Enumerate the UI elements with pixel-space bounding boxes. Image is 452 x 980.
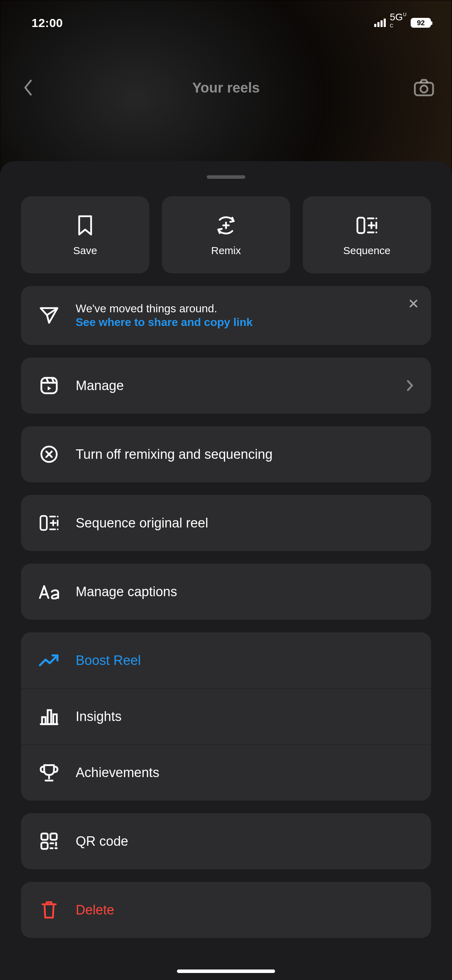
achievements-item[interactable]: Achievements — [21, 745, 431, 800]
save-button[interactable]: Save — [21, 196, 149, 274]
bookmark-icon — [76, 213, 94, 238]
svg-rect-5 — [40, 516, 46, 530]
sequence-add-icon — [38, 512, 60, 533]
remix-icon — [215, 213, 237, 238]
manage-captions-item[interactable]: Manage captions — [21, 563, 431, 620]
svg-rect-7 — [48, 710, 51, 724]
close-icon — [409, 299, 418, 308]
boost-reel-label: Boost Reel — [76, 653, 414, 668]
bar-chart-icon — [38, 706, 60, 727]
status-time: 12:00 — [32, 16, 63, 30]
svg-point-1 — [420, 86, 428, 92]
svg-rect-6 — [42, 717, 46, 724]
banner-text: We've moved things around. See where to … — [76, 302, 414, 329]
svg-rect-0 — [415, 83, 433, 95]
reels-icon — [38, 375, 60, 396]
camera-button[interactable] — [414, 77, 434, 98]
battery-icon: 92 — [411, 18, 431, 28]
back-button[interactable] — [18, 77, 38, 98]
svg-rect-8 — [53, 714, 57, 724]
manage-captions-label: Manage captions — [76, 584, 414, 599]
svg-rect-9 — [41, 834, 48, 840]
qr-code-item[interactable]: QR code — [21, 813, 431, 869]
status-right: 5GUC 92 — [374, 11, 431, 34]
home-indicator[interactable] — [177, 969, 275, 973]
remix-button[interactable]: Remix — [162, 196, 290, 274]
delete-item[interactable]: Delete — [21, 882, 431, 938]
page-title: Your reels — [193, 80, 260, 96]
achievements-label: Achievements — [76, 765, 414, 780]
sequence-original-item[interactable]: Sequence original reel — [21, 495, 431, 551]
status-bar: 12:00 5GUC 92 — [0, 0, 452, 46]
chevron-left-icon — [23, 79, 33, 96]
svg-rect-11 — [41, 843, 48, 849]
sequence-button[interactable]: Sequence — [303, 196, 431, 274]
manage-label: Manage — [76, 378, 390, 393]
banner-close-button[interactable] — [406, 296, 420, 310]
save-label: Save — [73, 245, 97, 256]
svg-rect-2 — [357, 218, 364, 233]
nav-header: Your reels — [0, 63, 452, 112]
boost-reel-item[interactable]: Boost Reel — [21, 632, 431, 688]
cellular-signal-icon — [374, 19, 386, 27]
trophy-icon — [38, 762, 60, 783]
battery-level: 92 — [417, 19, 425, 27]
sequence-icon — [355, 213, 379, 238]
paper-plane-icon — [38, 305, 60, 326]
banner-link[interactable]: See where to share and copy link — [76, 316, 414, 329]
manage-item[interactable]: Manage — [21, 358, 431, 414]
share-info-banner[interactable]: We've moved things around. See where to … — [21, 286, 431, 345]
text-aa-icon — [38, 581, 60, 602]
delete-label: Delete — [76, 902, 414, 918]
sequence-original-label: Sequence original reel — [76, 515, 414, 531]
camera-icon — [414, 78, 434, 97]
remix-label: Remix — [211, 245, 241, 256]
banner-title: We've moved things around. — [76, 302, 414, 315]
trending-up-icon — [38, 650, 60, 671]
insights-item[interactable]: Insights — [21, 688, 431, 745]
action-sheet: Save Remix Seque — [0, 161, 452, 980]
sequence-label: Sequence — [343, 245, 390, 256]
qr-code-icon — [38, 831, 60, 852]
turn-off-remix-label: Turn off remixing and sequencing — [76, 447, 414, 462]
promotion-group: Boost Reel Insights Achievements — [21, 632, 431, 800]
chevron-right-icon — [406, 380, 414, 391]
svg-rect-3 — [41, 378, 57, 393]
turn-off-remix-item[interactable]: Turn off remixing and sequencing — [21, 426, 431, 482]
top-actions-row: Save Remix Seque — [21, 196, 431, 274]
circle-x-icon — [38, 444, 60, 465]
insights-label: Insights — [76, 709, 414, 724]
network-label: 5GUC — [390, 11, 406, 34]
sheet-grabber[interactable] — [207, 175, 245, 179]
qr-code-label: QR code — [76, 834, 414, 849]
trash-icon — [38, 899, 60, 920]
svg-rect-10 — [51, 834, 57, 840]
